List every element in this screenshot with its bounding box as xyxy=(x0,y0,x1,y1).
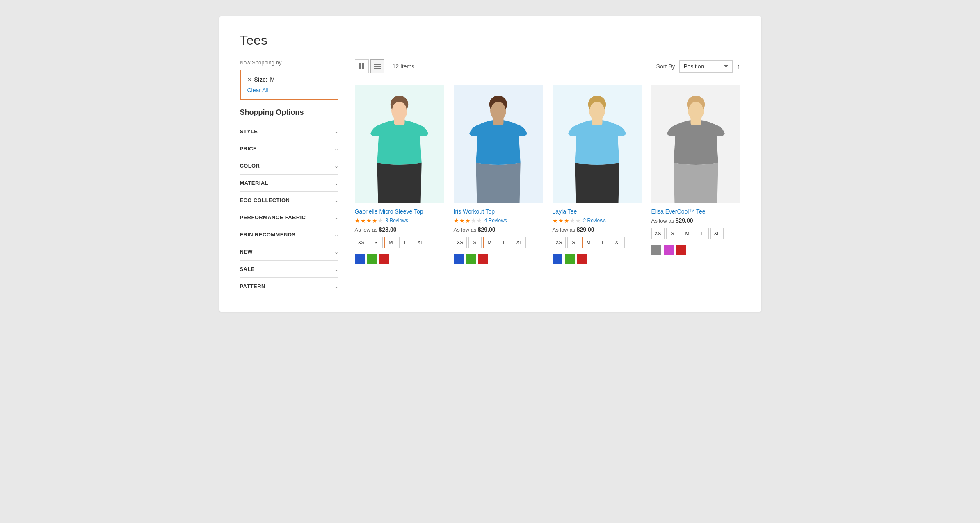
clear-all-link[interactable]: Clear All xyxy=(247,87,269,93)
svg-point-17 xyxy=(590,102,604,118)
svg-rect-3 xyxy=(362,66,364,69)
view-toggle xyxy=(355,59,384,73)
filter-label: STYLE xyxy=(240,128,258,134)
grid-view-button[interactable] xyxy=(355,59,369,73)
stars-row: ★★★★★ 3 Reviews xyxy=(355,217,444,224)
filter-label: PATTERN xyxy=(240,283,265,289)
chevron-down-icon: ⌄ xyxy=(334,146,338,152)
remove-filter-icon[interactable]: ✕ xyxy=(247,77,252,83)
size-button-L[interactable]: L xyxy=(498,237,511,248)
color-swatch-0[interactable] xyxy=(651,245,661,255)
product-card: Gabrielle Micro Sleeve Top ★★★★★ 3 Revie… xyxy=(355,85,444,264)
filter-row-pattern[interactable]: PATTERN ⌄ xyxy=(240,278,338,295)
now-shopping-label: Now Shopping by xyxy=(240,59,338,66)
reviews-link[interactable]: 4 Reviews xyxy=(484,218,507,223)
model-svg xyxy=(651,85,740,203)
color-swatch-0[interactable] xyxy=(355,254,365,264)
svg-point-9 xyxy=(392,102,407,118)
color-swatches xyxy=(355,254,444,264)
size-button-XS[interactable]: XS xyxy=(553,237,566,248)
color-swatch-2[interactable] xyxy=(379,254,389,264)
size-button-M[interactable]: M xyxy=(483,237,496,248)
product-image xyxy=(454,85,543,203)
product-name[interactable]: Iris Workout Top xyxy=(454,208,543,215)
chevron-down-icon: ⌄ xyxy=(334,266,338,272)
product-image-area xyxy=(355,85,444,203)
chevron-down-icon: ⌄ xyxy=(334,215,338,221)
svg-rect-2 xyxy=(359,66,361,69)
size-button-XS[interactable]: XS xyxy=(454,237,467,248)
star-filled: ★ xyxy=(372,217,377,224)
product-card: Iris Workout Top ★★★★★ 4 Reviews As low … xyxy=(454,85,543,264)
color-swatch-1[interactable] xyxy=(664,245,674,255)
price-value: $29.00 xyxy=(577,226,594,233)
size-button-S[interactable]: S xyxy=(370,237,383,248)
filter-row-new[interactable]: NEW ⌄ xyxy=(240,243,338,261)
model-svg xyxy=(355,85,444,203)
filter-row-price[interactable]: PRICE ⌄ xyxy=(240,140,338,157)
product-name[interactable]: Layla Tee xyxy=(553,208,642,215)
size-button-L[interactable]: L xyxy=(597,237,610,248)
filter-row-sale[interactable]: SALE ⌄ xyxy=(240,261,338,278)
color-swatch-1[interactable] xyxy=(565,254,575,264)
size-button-XS[interactable]: XS xyxy=(355,237,368,248)
filter-label: SALE xyxy=(240,266,255,272)
filter-row-style[interactable]: STYLE ⌄ xyxy=(240,123,338,140)
size-button-S[interactable]: S xyxy=(468,237,482,248)
filter-row-erin-recommends[interactable]: ERIN RECOMMENDS ⌄ xyxy=(240,226,338,243)
active-filter-item: ✕ Size: M xyxy=(247,76,331,83)
size-button-XL[interactable]: XL xyxy=(414,237,427,248)
color-swatch-1[interactable] xyxy=(367,254,377,264)
filter-row-color[interactable]: COLOR ⌄ xyxy=(240,157,338,175)
size-button-L[interactable]: L xyxy=(399,237,412,248)
product-grid: Gabrielle Micro Sleeve Top ★★★★★ 3 Revie… xyxy=(355,85,740,264)
size-options: XSSMLXL xyxy=(454,237,543,248)
size-button-XL[interactable]: XL xyxy=(710,228,724,239)
list-view-button[interactable] xyxy=(370,59,384,73)
product-name[interactable]: Elisa EverCool™ Tee xyxy=(651,208,740,215)
page-title: Tees xyxy=(240,33,740,48)
filter-label: ECO COLLECTION xyxy=(240,197,290,203)
size-button-S[interactable]: S xyxy=(567,237,580,248)
grid-icon xyxy=(359,63,365,70)
reviews-link[interactable]: 2 Reviews xyxy=(583,218,606,223)
star-empty: ★ xyxy=(477,217,482,224)
size-button-S[interactable]: S xyxy=(666,228,679,239)
color-swatch-2[interactable] xyxy=(676,245,686,255)
size-button-XL[interactable]: XL xyxy=(513,237,526,248)
chevron-down-icon: ⌄ xyxy=(334,163,338,169)
size-button-M[interactable]: M xyxy=(681,228,694,239)
reviews-link[interactable]: 3 Reviews xyxy=(386,218,408,223)
color-swatch-0[interactable] xyxy=(454,254,464,264)
svg-rect-14 xyxy=(493,117,503,125)
filter-row-material[interactable]: MATERIAL ⌄ xyxy=(240,175,338,192)
size-button-M[interactable]: M xyxy=(582,237,595,248)
stars: ★★★★★ xyxy=(355,217,383,224)
stars: ★★★★★ xyxy=(553,217,581,224)
color-swatch-1[interactable] xyxy=(466,254,476,264)
size-button-XS[interactable]: XS xyxy=(651,228,665,239)
svg-rect-4 xyxy=(374,64,381,65)
color-swatch-2[interactable] xyxy=(577,254,587,264)
filter-row-performance-fabric[interactable]: PERFORMANCE FABRIC ⌄ xyxy=(240,209,338,226)
product-image-area xyxy=(651,85,740,203)
sort-direction-button[interactable]: ↑ xyxy=(737,62,740,71)
product-name[interactable]: Gabrielle Micro Sleeve Top xyxy=(355,208,444,215)
filter-row-eco-collection[interactable]: ECO COLLECTION ⌄ xyxy=(240,192,338,209)
size-button-L[interactable]: L xyxy=(696,228,709,239)
product-card: Elisa EverCool™ Tee As low as $29.00 XSS… xyxy=(651,85,740,264)
sort-select[interactable]: Position Product Name Price Rating xyxy=(679,60,733,73)
size-options: XSSMLXL xyxy=(553,237,642,248)
filter-label: NEW xyxy=(240,249,253,255)
filter-label: COLOR xyxy=(240,163,260,169)
size-button-XL[interactable]: XL xyxy=(612,237,625,248)
color-swatch-0[interactable] xyxy=(553,254,562,264)
color-swatches xyxy=(651,245,740,255)
chevron-down-icon: ⌄ xyxy=(334,180,338,186)
product-image xyxy=(355,85,444,203)
svg-rect-5 xyxy=(374,66,381,67)
product-image xyxy=(651,85,740,203)
color-swatch-2[interactable] xyxy=(478,254,488,264)
size-button-M[interactable]: M xyxy=(384,237,397,248)
star-empty: ★ xyxy=(378,217,383,224)
